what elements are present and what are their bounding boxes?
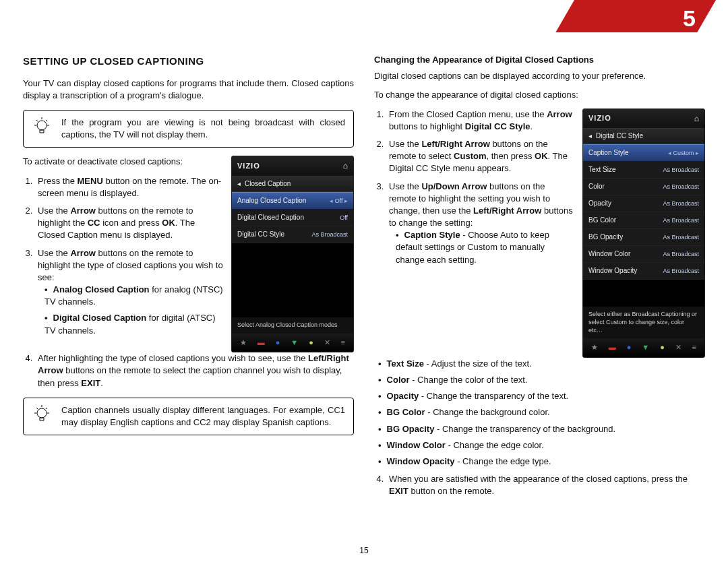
step-1: Press the MENU button on the remote. The… xyxy=(35,175,223,199)
tv-row: OpacityAs Broadcast xyxy=(583,195,704,212)
svg-point-6 xyxy=(37,408,47,418)
tv-menu-title: ◂ Closed Caption xyxy=(232,177,353,192)
bullet-digital: Digital Closed Caption for digital (ATSC… xyxy=(42,312,223,336)
bullet-analog: Analog Closed Caption for analog (NTSC) … xyxy=(42,284,223,308)
right-column: Changing the Appearance of Digital Close… xyxy=(374,54,705,542)
tv-row: Caption Style ◂ Custom ▸ xyxy=(583,144,704,162)
svg-line-4 xyxy=(36,120,38,121)
home-icon: ⌂ xyxy=(343,160,348,172)
svg-line-11 xyxy=(46,408,47,409)
tv-screenshot-closed-caption: VIZIO ⌂ ◂ Closed Caption Analog Closed C… xyxy=(231,156,354,352)
svg-line-10 xyxy=(36,408,38,409)
star-icon: ★ xyxy=(240,338,247,348)
intro-paragraph: Digital closed captions can be displayed… xyxy=(374,70,705,82)
tip-box: If the program you are viewing is not be… xyxy=(23,110,354,148)
home-icon: ⌂ xyxy=(694,113,699,125)
bullet-color: Color - Change the color of the text. xyxy=(378,374,705,386)
step-4: After highlighting the type of closed ca… xyxy=(35,352,354,389)
star-icon: ★ xyxy=(591,342,598,352)
bullet-bg-color: BG Color - Change the background color. xyxy=(378,406,705,418)
tv-menu-title: ◂ Digital CC Style xyxy=(583,129,704,144)
subheading: Changing the Appearance of Digital Close… xyxy=(374,54,705,66)
lead-text: To activate or deactivate closed caption… xyxy=(23,156,223,168)
lead-text: To change the appearance of digital clos… xyxy=(374,89,705,101)
step-2: Use the Arrow buttons on the remote to h… xyxy=(35,205,223,242)
tv-row: Text SizeAs Broadcast xyxy=(583,162,704,179)
step-4: When you are satisfied with the appearan… xyxy=(386,473,705,497)
tv-row: BG OpacityAs Broadcast xyxy=(583,229,704,246)
left-column: SETTING UP CLOSED CAPTIONING Your TV can… xyxy=(23,54,354,542)
step-2: Use the Left/Right Arrow buttons on the … xyxy=(386,138,574,175)
back-icon: ◂ xyxy=(588,131,592,141)
tv-row: Window OpacityAs Broadcast xyxy=(583,263,704,280)
bullet-text-size: Text Size - Adjust the size of the text. xyxy=(378,358,705,370)
intro-paragraph: Your TV can display closed captions for … xyxy=(23,77,354,102)
tv-row: ColorAs Broadcast xyxy=(583,179,704,195)
step-3: Use the Arrow buttons on the remote to h… xyxy=(35,247,223,337)
tv-row: Analog Closed Caption ◂ Off ▸ xyxy=(232,192,353,210)
tv-footer-icons: ★ ▬●▼● ✕ ≡ xyxy=(583,338,704,356)
bullet-opacity: Opacity - Change the transparency of the… xyxy=(378,390,705,402)
tip-text: Caption channels usually display differe… xyxy=(61,404,345,429)
step-1: From the Closed Caption menu, use the Ar… xyxy=(386,108,574,133)
tv-logo: VIZIO xyxy=(588,113,611,123)
bullet-caption-style: Caption Style - Choose Auto to keep defa… xyxy=(393,229,574,266)
tv-row: Digital Closed Caption Off xyxy=(232,210,353,226)
tv-footer-icons: ★ ▬●▼● ✕ ≡ xyxy=(232,334,353,352)
tv-logo: VIZIO xyxy=(237,161,260,171)
bullet-bg-opacity: BG Opacity - Change the transparency of … xyxy=(378,423,705,435)
tv-row: Window ColorAs Broadcast xyxy=(583,246,704,263)
bullet-window-color: Window Color - Change the edge color. xyxy=(378,439,705,451)
chapter-tab: 5 xyxy=(555,0,716,32)
back-icon: ◂ xyxy=(237,179,241,189)
lightbulb-icon xyxy=(32,116,52,142)
tv-row: BG ColorAs Broadcast xyxy=(583,212,704,229)
bullet-window-opacity: Window Opacity - Change the edge type. xyxy=(378,456,705,468)
section-heading: SETTING UP CLOSED CAPTIONING xyxy=(23,54,354,68)
tv-screenshot-digital-cc-style: VIZIO ⌂ ◂ Digital CC Style Caption Style… xyxy=(582,108,705,358)
svg-line-5 xyxy=(46,120,47,121)
tv-hint: Select either as Broadcast Captioning or… xyxy=(583,307,704,338)
lightbulb-icon xyxy=(32,404,52,429)
x-icon: ✕ xyxy=(675,342,681,352)
tip-box: Caption channels usually display differe… xyxy=(23,398,354,435)
tv-row: Digital CC Style As Broadcast xyxy=(232,226,353,243)
tip-text: If the program you are viewing is not be… xyxy=(61,117,345,141)
page-number: 15 xyxy=(0,545,728,557)
tv-hint: Select Analog Closed Caption modes xyxy=(232,317,353,334)
x-icon: ✕ xyxy=(324,338,330,348)
svg-point-0 xyxy=(37,121,47,130)
step-3: Use the Up/Down Arrow buttons on the rem… xyxy=(386,181,574,266)
